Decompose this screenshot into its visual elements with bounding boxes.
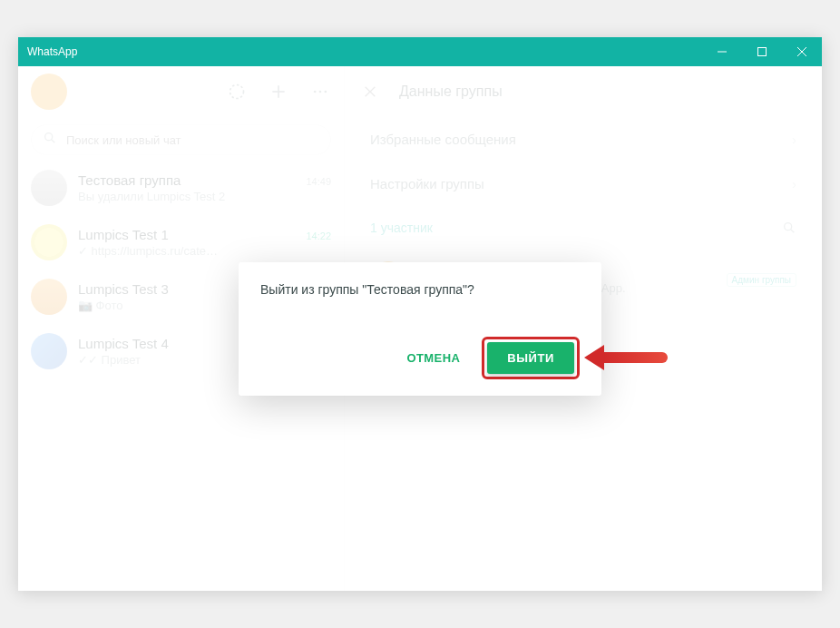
pointer-arrow — [584, 345, 668, 370]
dialog-text: Выйти из группы "Тестовая группа"? — [260, 282, 580, 297]
cancel-button[interactable]: ОТМЕНА — [395, 342, 474, 374]
window-title: WhatsApp — [18, 45, 77, 58]
close-window-button[interactable] — [782, 37, 822, 66]
minimize-button[interactable] — [702, 37, 742, 66]
titlebar: WhatsApp — [18, 37, 822, 66]
svg-rect-1 — [758, 48, 767, 56]
app-window: WhatsApp — [18, 37, 822, 591]
window-controls — [702, 37, 822, 66]
confirm-highlight: ВЫЙТИ — [482, 337, 580, 379]
confirm-dialog: Выйти из группы "Тестовая группа"? ОТМЕН… — [239, 262, 601, 396]
dialog-actions: ОТМЕНА ВЫЙТИ — [260, 337, 580, 379]
content-area: Тестовая группа14:49 Вы удалили Lumpics … — [18, 66, 822, 591]
maximize-button[interactable] — [742, 37, 782, 66]
confirm-button[interactable]: ВЫЙТИ — [487, 342, 574, 374]
